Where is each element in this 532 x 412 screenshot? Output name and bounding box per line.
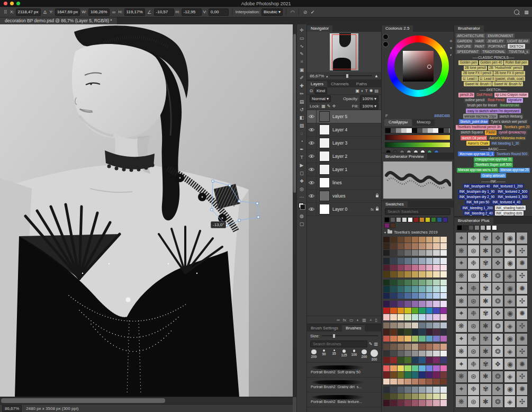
color-swatch[interactable]: [426, 357, 433, 363]
tab-brush-settings[interactable]: Brush Settings: [307, 325, 342, 332]
coolorus-menu-icon[interactable]: ▾: [449, 46, 453, 50]
color-swatch[interactable]: [440, 365, 447, 372]
brush-preset-button[interactable]: Sweet W. Brush IV: [492, 82, 523, 86]
brush-thumbnail[interactable]: ✦: [455, 358, 467, 370]
brush-thumbnail[interactable]: ✣: [516, 245, 528, 257]
swatch-folder-row[interactable]: ▾ Tsvetka's swatches 2019: [382, 229, 454, 235]
color-swatch[interactable]: [440, 351, 447, 357]
brush-thumbnail[interactable]: ❋: [455, 371, 467, 383]
color-swatch[interactable]: [412, 280, 419, 286]
brush-preset-button[interactable]: INK_bleeding 1_200: [461, 205, 494, 210]
color-swatch[interactable]: [412, 344, 419, 350]
standard-swatch[interactable]: [384, 217, 390, 222]
lock-paint-icon[interactable]: ✎: [327, 104, 331, 109]
color-swatch[interactable]: [412, 393, 419, 400]
color-swatch[interactable]: [426, 344, 433, 350]
warp-mode-icon[interactable]: ◠: [290, 10, 295, 15]
width-field[interactable]: 106,26%: [88, 8, 110, 16]
brush-preset-button[interactable]: sketch Webang: [498, 114, 524, 119]
color-swatch[interactable]: [433, 243, 440, 249]
brush-preset-button[interactable]: INK_textured 1_200: [492, 184, 524, 189]
color-swatch[interactable]: [404, 379, 411, 385]
color-swatch[interactable]: [383, 336, 390, 342]
color-swatch[interactable]: [440, 265, 447, 271]
color-swatch[interactable]: [433, 372, 440, 378]
color-swatch[interactable]: [433, 365, 440, 372]
color-swatch[interactable]: [419, 344, 426, 350]
color-swatch[interactable]: [404, 387, 411, 393]
screen-mode-toggle[interactable]: ▢: [297, 220, 306, 228]
color-swatch[interactable]: [419, 271, 426, 277]
category-environment[interactable]: ENVIRONMENT: [486, 33, 515, 38]
brush-thumbnail[interactable]: ✺: [516, 232, 528, 244]
hex-value-field[interactable]: 8B8D8B: [434, 113, 450, 118]
brush-preset-button[interactable]: 2B tone pencil: [464, 66, 488, 70]
brush-thumbnail[interactable]: ❂: [492, 371, 503, 383]
layer-thumbnail[interactable]: [319, 191, 330, 201]
brush-thumbnail[interactable]: ❋: [455, 345, 467, 357]
color-swatch[interactable]: [398, 243, 404, 249]
brush-preset-button[interactable]: Tsvetka's Super soft 500: [474, 163, 512, 167]
color-swatch[interactable]: [404, 372, 411, 378]
path-selection-tool[interactable]: ▶: [297, 161, 306, 169]
color-swatch[interactable]: [404, 293, 411, 299]
layer-row-layer-5[interactable]: Layer 5: [307, 110, 381, 123]
color-swatch[interactable]: [412, 271, 419, 277]
brush-thumbnail[interactable]: ✱: [480, 396, 491, 408]
brush-thumbnail[interactable]: ❂: [492, 270, 503, 282]
color-swatch[interactable]: [398, 344, 404, 350]
color-swatch[interactable]: [390, 400, 397, 406]
brush-thumbnail[interactable]: ✦: [455, 308, 467, 320]
brush-thumbnail[interactable]: ✱: [480, 295, 491, 307]
filter-pixel-icon[interactable]: ▣: [355, 88, 359, 93]
gradient-tool[interactable]: ▨: [297, 121, 306, 129]
brush-preset-button[interactable]: INK_brushpen dry 2_90: [458, 195, 496, 200]
tab-brusherator[interactable]: Brusherator: [454, 25, 484, 32]
cancel-transform-button[interactable]: ⊘: [302, 10, 308, 15]
color-swatch[interactable]: [440, 357, 447, 363]
pen-tool[interactable]: ✒: [297, 145, 306, 153]
brush-thumbnail[interactable]: ✾: [480, 358, 491, 370]
color-swatch[interactable]: [419, 286, 426, 292]
color-swatch[interactable]: [404, 323, 411, 329]
color-swatch[interactable]: [419, 400, 426, 406]
brush-thumbnail[interactable]: ⊛: [467, 245, 479, 257]
brush-thumbnail[interactable]: ❖: [492, 383, 503, 396]
color-swatch[interactable]: [390, 372, 397, 378]
color-swatch[interactable]: [419, 351, 426, 357]
brush-preset-button[interactable]: sketch Squarol: [459, 130, 484, 135]
color-swatch[interactable]: [440, 336, 447, 342]
color-swatch[interactable]: [426, 365, 433, 372]
brush-preset-button[interactable]: sketch Oil pencil: [461, 136, 488, 140]
color-swatch[interactable]: [390, 301, 397, 307]
brush-thumbnail[interactable]: ❂: [492, 245, 503, 257]
color-swatch[interactable]: [398, 286, 404, 292]
brush-folder-icon[interactable]: ▥: [374, 342, 378, 346]
standard-swatch[interactable]: [425, 217, 430, 222]
brush-thumbnail[interactable]: ✺: [516, 282, 528, 294]
color-swatch[interactable]: [426, 393, 433, 400]
brush-preset-button[interactable]: Tsvetka's gem 20: [502, 125, 530, 130]
color-swatch[interactable]: [404, 400, 411, 406]
color-swatch[interactable]: [440, 400, 447, 406]
standard-swatch[interactable]: [419, 217, 425, 222]
brush-size-preset[interactable]: 200: [310, 348, 318, 361]
hand-tool[interactable]: ❖: [297, 177, 306, 185]
brush-thumbnail[interactable]: ⊛: [467, 270, 479, 282]
color-swatch[interactable]: [383, 323, 390, 329]
color-swatch[interactable]: [412, 351, 419, 357]
reference-point-icon[interactable]: ⠿: [3, 10, 8, 15]
category-traditional[interactable]: TRADITIONAL: [481, 49, 507, 54]
brush-preset-button[interactable]: INK_textured 3_500: [497, 195, 529, 200]
type-tool[interactable]: T: [297, 153, 306, 161]
artwork-canvas[interactable]: [0, 24, 293, 397]
color-swatch[interactable]: [440, 293, 447, 299]
lock-transparency-icon[interactable]: ▦: [321, 104, 326, 109]
color-swatch[interactable]: [426, 286, 433, 292]
brush-thumbnail[interactable]: ❖: [492, 257, 503, 270]
color-swatch[interactable]: [412, 336, 419, 342]
gray-swatch[interactable]: [474, 225, 480, 230]
navigator-view-frame[interactable]: [332, 34, 356, 69]
color-swatch[interactable]: [419, 372, 426, 378]
brush-thumbnail[interactable]: ⊛: [467, 295, 479, 307]
